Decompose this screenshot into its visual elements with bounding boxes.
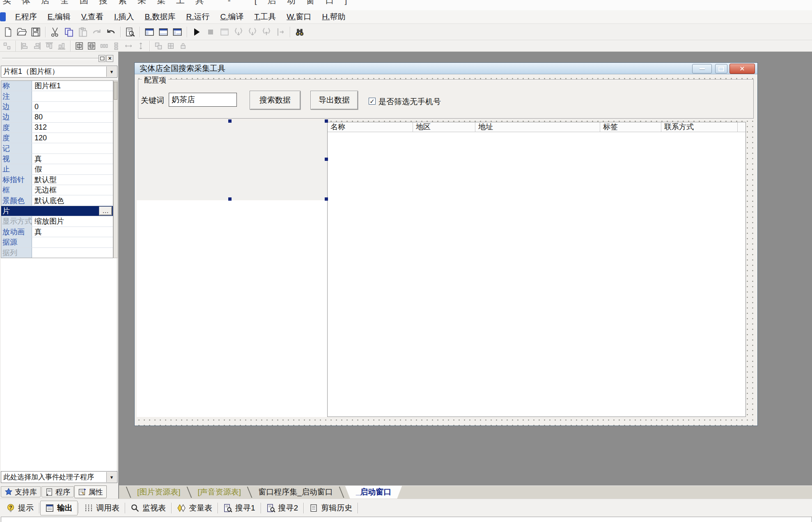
menu-compile[interactable]: C.编译 <box>215 11 249 22</box>
find-button[interactable] <box>294 26 306 38</box>
property-row[interactable]: 称图片框1 <box>1 81 113 91</box>
stop-button[interactable] <box>204 26 217 38</box>
tab-call-table[interactable]: 调用表 <box>80 502 124 514</box>
open-button[interactable] <box>16 26 28 38</box>
tab-picture-resources[interactable]: [图片资源表] <box>132 486 186 499</box>
os-window-titlebar[interactable]: 实体店全国搜索采集工具 - [启动窗口] <box>0 0 812 11</box>
form-titlebar[interactable]: 实体店全国搜索采集工具 ✕ <box>135 63 757 74</box>
property-row[interactable]: 放动画真 <box>1 227 113 237</box>
tab-output[interactable]: 输出 <box>40 501 78 515</box>
picture-box-control[interactable] <box>137 121 328 200</box>
property-row[interactable]: 边80 <box>1 112 113 122</box>
search-data-button[interactable]: 搜索数据 <box>250 91 300 110</box>
tab-hint[interactable]: ? 提示 <box>2 502 38 514</box>
restore-button[interactable] <box>715 64 727 73</box>
window-layout-left-button[interactable] <box>143 26 156 38</box>
window-layout-grid-button[interactable] <box>171 26 184 38</box>
tab-search1[interactable]: 搜寻1 <box>219 502 260 514</box>
form-design-surface[interactable]: 配置项 关键词 搜索数据 导出数据 ✓ 是否筛选无手机号 名称 地区 地址 标签… <box>135 74 757 426</box>
space-across-button[interactable] <box>99 41 109 50</box>
same-width-button[interactable] <box>123 41 134 50</box>
scrollbar-thumb[interactable] <box>114 82 117 100</box>
menu-window[interactable]: W.窗口 <box>281 11 317 22</box>
selection-handle[interactable] <box>228 119 232 123</box>
close-button[interactable]: ✕ <box>729 64 755 74</box>
menu-run[interactable]: R.运行 <box>181 11 215 22</box>
center-horizontal-button[interactable] <box>74 41 85 50</box>
selection-handle[interactable] <box>325 158 328 161</box>
save-button[interactable] <box>30 26 42 38</box>
property-row[interactable]: 据源 <box>1 237 113 247</box>
list-box-control[interactable] <box>137 200 328 417</box>
undo-button[interactable] <box>105 26 117 38</box>
selection-handle[interactable] <box>325 197 328 201</box>
step-over-button[interactable] <box>232 26 245 38</box>
align-bottom-button[interactable] <box>56 41 67 50</box>
filter-checkbox[interactable]: ✓ <box>369 98 376 105</box>
property-row[interactable]: 框无边框 <box>1 185 113 195</box>
property-grid-scrollbar[interactable] <box>113 80 118 258</box>
selection-handle[interactable] <box>228 197 232 201</box>
property-row[interactable]: 据列 <box>1 248 113 258</box>
property-row[interactable]: 显示方式缩放图片 <box>1 216 113 227</box>
tab-variable-table[interactable]: 变量表 <box>172 502 217 514</box>
preview-button[interactable] <box>124 26 136 38</box>
chevron-down-icon[interactable]: ▼ <box>106 472 117 482</box>
minimize-button[interactable] <box>692 64 712 73</box>
properties-panel-titlebar[interactable]: × <box>0 54 118 63</box>
panel-close-button[interactable]: × <box>106 55 113 62</box>
step-out-button[interactable] <box>260 26 273 38</box>
run-to-cursor-button[interactable] <box>274 26 287 38</box>
window-layout-bottom-button[interactable] <box>157 26 170 38</box>
property-row[interactable]: 注 <box>1 91 113 101</box>
menu-edit[interactable]: E.编辑 <box>42 11 76 22</box>
chevron-down-icon[interactable]: ▼ <box>106 66 117 77</box>
menu-insert[interactable]: I.插入 <box>109 11 140 22</box>
property-row[interactable]: 边0 <box>1 102 113 112</box>
menu-tools[interactable]: T.工具 <box>249 11 281 22</box>
tab-search2[interactable]: 搜寻2 <box>262 502 303 514</box>
new-button[interactable] <box>2 26 14 38</box>
menu-database[interactable]: B.数据库 <box>140 11 181 22</box>
tab-startup-window[interactable]: _启动窗口 <box>345 486 402 499</box>
menu-view[interactable]: V.查看 <box>76 11 109 22</box>
tab-watch-table[interactable]: 监视表 <box>126 502 170 514</box>
object-selector-dropdown[interactable]: 片框1（图片框） ▼ <box>1 66 117 78</box>
size-to-grid-button[interactable] <box>165 41 176 50</box>
run-button[interactable] <box>190 26 203 38</box>
property-row[interactable]: 度120 <box>1 133 113 143</box>
config-groupbox[interactable]: 配置项 关键词 搜索数据 导出数据 ✓ 是否筛选无手机号 <box>138 79 754 119</box>
align-right-button[interactable] <box>32 41 42 50</box>
center-vertical-button[interactable] <box>86 41 97 50</box>
property-row[interactable]: 标指针默认型 <box>1 175 113 185</box>
export-data-button[interactable]: 导出数据 <box>310 91 358 110</box>
keyword-input[interactable] <box>169 93 237 107</box>
property-row[interactable]: 度312 <box>1 123 113 133</box>
space-down-button[interactable] <box>111 41 122 50</box>
event-handler-dropdown[interactable]: 此处选择加入事件处理子程序 ▼ <box>1 471 117 483</box>
selection-handle[interactable] <box>325 119 328 123</box>
lock-controls-button[interactable] <box>178 41 188 50</box>
property-row[interactable]: 记 <box>1 143 113 153</box>
property-row[interactable]: 景颜色默认底色 <box>1 195 113 206</box>
menu-program[interactable]: F.程序 <box>10 11 42 22</box>
cut-button[interactable] <box>49 26 61 38</box>
snap-grid-button[interactable] <box>2 41 12 50</box>
result-table-control[interactable]: 名称 地区 地址 标签 联系方式 <box>327 122 746 417</box>
tab-window-program-set[interactable]: 窗口程序集_启动窗口 <box>253 486 338 499</box>
tab-support-library[interactable]: 支持库 <box>1 486 41 497</box>
property-row[interactable]: 视真 <box>1 154 113 164</box>
panel-float-button[interactable] <box>99 55 106 62</box>
property-row-selected[interactable]: 片… <box>1 206 113 216</box>
align-left-button[interactable] <box>19 41 30 50</box>
align-top-button[interactable] <box>44 41 55 50</box>
paste-button[interactable] <box>77 26 89 38</box>
menu-help[interactable]: H.帮助 <box>317 11 351 22</box>
debug-window-button[interactable] <box>218 26 231 38</box>
tab-sound-resources[interactable]: [声音资源表] <box>193 486 246 499</box>
same-height-button[interactable] <box>135 41 146 50</box>
property-row[interactable]: 止假 <box>1 164 113 174</box>
tab-clip-history[interactable]: 剪辑历史 <box>305 502 357 514</box>
copy-button[interactable] <box>63 26 75 38</box>
redo-button[interactable] <box>91 26 103 38</box>
